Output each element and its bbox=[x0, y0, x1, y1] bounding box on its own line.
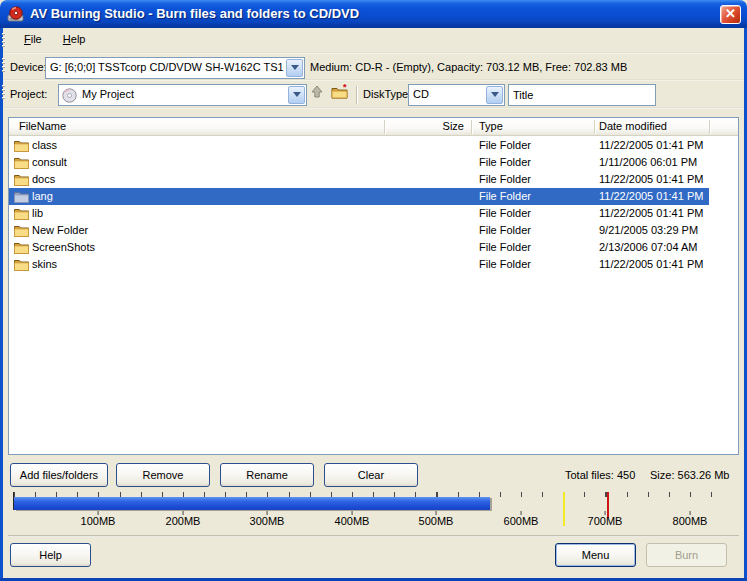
capacity-ruler: 100MB 200MB 300MB 400MB 500MB 600MB 700M… bbox=[8, 492, 739, 530]
file-list: FileName Size Type Date modified class F… bbox=[8, 117, 739, 455]
ruler-label: 100MB bbox=[81, 515, 116, 527]
separator bbox=[3, 79, 744, 81]
device-combo[interactable]: G: [6;0;0] TSSTcorp CD/DVDW SH-W162C TS1… bbox=[45, 57, 305, 79]
folder-icon bbox=[14, 139, 29, 152]
disktype-combo[interactable]: CD bbox=[408, 84, 505, 106]
table-row[interactable]: consult File Folder 1/11/2006 06:01 PM bbox=[9, 154, 709, 171]
title-input[interactable] bbox=[508, 84, 656, 106]
close-button[interactable]: ✕ bbox=[720, 5, 741, 24]
project-combo-dropdown-button[interactable] bbox=[288, 86, 305, 104]
table-row[interactable]: ScreenShots File Folder 2/13/2006 07:04 … bbox=[9, 239, 709, 256]
window-border-left bbox=[0, 28, 3, 581]
burn-button: Burn bbox=[646, 543, 727, 567]
disktype-combo-value: CD bbox=[413, 88, 484, 100]
up-arrow-icon bbox=[309, 84, 325, 100]
table-row-selected[interactable]: lang File Folder 11/22/2005 01:41 PM bbox=[9, 188, 709, 205]
up-level-button[interactable] bbox=[309, 84, 330, 105]
file-list-rows: class File Folder 11/22/2005 01:41 PM co… bbox=[9, 137, 738, 454]
chevron-down-icon bbox=[291, 65, 299, 70]
remove-button[interactable]: Remove bbox=[116, 463, 210, 487]
device-combo-dropdown-button[interactable] bbox=[286, 59, 303, 77]
toolbar-separator bbox=[356, 86, 357, 104]
folder-icon bbox=[14, 156, 29, 169]
help-button[interactable]: Help bbox=[10, 543, 91, 567]
menu-file[interactable]: File bbox=[15, 29, 51, 49]
device-toolbar-gripper[interactable] bbox=[2, 58, 5, 74]
column-header-date[interactable]: Date modified bbox=[599, 120, 667, 132]
folder-icon bbox=[14, 241, 29, 254]
separator bbox=[3, 107, 744, 109]
app-icon bbox=[7, 5, 25, 23]
device-label: Device: bbox=[10, 61, 47, 73]
title-bar: AV Burning Studio - Burn files and folde… bbox=[0, 0, 747, 28]
table-row[interactable]: skins File Folder 11/22/2005 01:41 PM bbox=[9, 256, 709, 273]
folder-icon bbox=[14, 207, 29, 220]
column-header-size[interactable]: Size bbox=[392, 120, 464, 132]
menu-button[interactable]: Menu bbox=[555, 543, 636, 567]
column-header-type[interactable]: Type bbox=[479, 120, 503, 132]
ruler-label: 700MB bbox=[588, 515, 623, 527]
ruler-label: 500MB bbox=[419, 515, 454, 527]
folder-icon bbox=[14, 190, 29, 203]
file-list-header: FileName Size Type Date modified bbox=[9, 118, 738, 136]
app-window: AV Burning Studio - Burn files and folde… bbox=[0, 0, 747, 581]
table-row[interactable]: lib File Folder 11/22/2005 01:41 PM bbox=[9, 205, 709, 222]
project-combo[interactable]: My Project bbox=[58, 84, 307, 106]
ruler-label: 200MB bbox=[166, 515, 201, 527]
project-label: Project: bbox=[10, 88, 47, 100]
total-size-label: Size: 563.26 Mb bbox=[650, 469, 730, 481]
menubar-gripper[interactable] bbox=[2, 33, 5, 47]
ruler-label: 400MB bbox=[335, 515, 370, 527]
disktype-label: DiskType: bbox=[363, 88, 411, 100]
folder-icon bbox=[14, 173, 29, 186]
chevron-down-icon bbox=[293, 92, 301, 97]
column-header-filename[interactable]: FileName bbox=[19, 120, 66, 132]
table-row[interactable]: docs File Folder 11/22/2005 01:41 PM bbox=[9, 171, 709, 188]
close-icon: ✕ bbox=[725, 6, 736, 21]
medium-info: Medium: CD-R - (Empty), Capacity: 703.12… bbox=[310, 61, 627, 73]
folder-icon bbox=[14, 224, 29, 237]
table-row[interactable]: class File Folder 11/22/2005 01:41 PM bbox=[9, 137, 709, 154]
ruler-label: 300MB bbox=[250, 515, 285, 527]
total-files-label: Total files: 450 bbox=[565, 469, 635, 481]
ruler-label: 800MB bbox=[673, 515, 708, 527]
capacity-used-bar bbox=[14, 497, 490, 510]
new-folder-icon: * bbox=[331, 84, 349, 100]
separator bbox=[3, 52, 744, 54]
cd-icon bbox=[62, 88, 77, 103]
new-folder-button[interactable]: * bbox=[331, 84, 352, 105]
project-combo-value: My Project bbox=[82, 88, 286, 100]
menu-help[interactable]: Help bbox=[54, 29, 95, 49]
svg-text:*: * bbox=[343, 84, 347, 92]
chevron-down-icon bbox=[491, 92, 499, 97]
project-toolbar-gripper[interactable] bbox=[2, 85, 5, 101]
rename-button[interactable]: Rename bbox=[220, 463, 314, 487]
add-files-button[interactable]: Add files/folders bbox=[10, 463, 108, 487]
table-row[interactable]: New Folder File Folder 9/21/2005 03:29 P… bbox=[9, 222, 709, 239]
device-combo-value: G: [6;0;0] TSSTcorp CD/DVDW SH-W162C TS1… bbox=[50, 61, 284, 73]
ruler-label: 600MB bbox=[504, 515, 539, 527]
disktype-combo-dropdown-button[interactable] bbox=[486, 86, 503, 104]
folder-icon bbox=[14, 258, 29, 271]
window-title: AV Burning Studio - Burn files and folde… bbox=[30, 6, 359, 21]
menu-bar: File Help bbox=[3, 28, 744, 52]
clear-button[interactable]: Clear bbox=[324, 463, 418, 487]
separator bbox=[8, 535, 739, 537]
warning-mark bbox=[563, 492, 565, 526]
